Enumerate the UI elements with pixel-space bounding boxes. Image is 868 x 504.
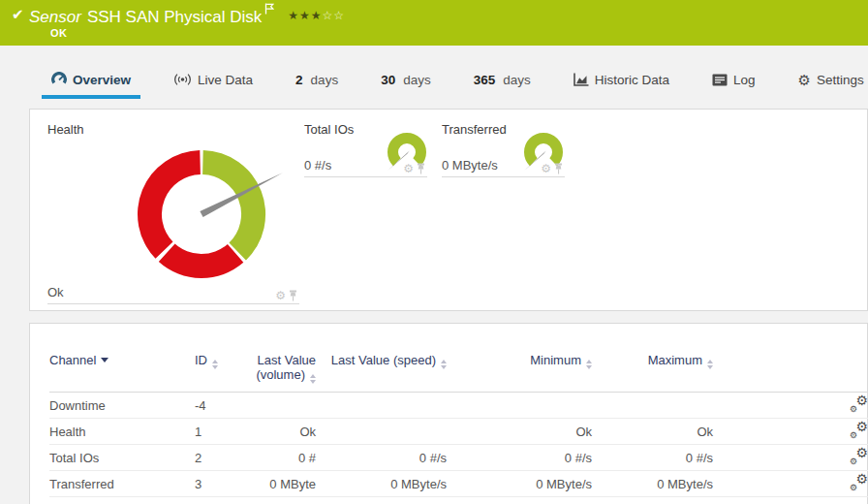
channel-name[interactable]: Total IOs: [49, 445, 195, 471]
tab-day-count: 365: [474, 73, 496, 87]
tab-label: Live Data: [198, 73, 253, 87]
transferred-gauge-section: Transferred 0 MByte/s: [442, 122, 565, 177]
sort-desc-icon: [101, 358, 108, 362]
channel-last-value-volume: 0 #: [243, 445, 316, 471]
channel-minimum: [447, 393, 592, 419]
total-ios-gauge-section: Total IOs 0 #/s: [304, 122, 427, 177]
tab-2-days[interactable]: 2 days: [286, 57, 348, 102]
channels-table: Channel ID Last Value (volume) Last Valu…: [49, 353, 868, 497]
transferred-gauge-label: Transferred: [442, 122, 507, 137]
sensor-title-line: SensorSSH SAN Physical Disk ★★★☆☆: [29, 3, 345, 27]
channel-last-value-volume: 0 MByte: [243, 471, 316, 497]
broadcast-icon: [173, 73, 192, 86]
channel-maximum: 0 #/s: [592, 445, 713, 471]
tab-log[interactable]: Log: [702, 57, 765, 102]
overview-gauges-panel: Health Ok Total IOs 0 #/s: [29, 109, 868, 311]
gauge-settings-gear-icon[interactable]: [403, 163, 414, 174]
transferred-gauge-value: 0 MByte/s: [442, 158, 498, 173]
gauge-icon: [51, 72, 67, 87]
tab-day-unit: days: [403, 73, 431, 87]
channel-id: 3: [195, 471, 243, 497]
column-header-channel[interactable]: Channel: [49, 353, 195, 393]
gear-icon: [798, 73, 811, 87]
gauge-settings-gear-icon[interactable]: [275, 290, 286, 301]
table-header-row: Channel ID Last Value (volume) Last Valu…: [49, 353, 868, 393]
channel-last-value-speed: 0 MByte/s: [316, 471, 447, 497]
channel-last-value-speed: [316, 393, 447, 419]
tab-bar: Overview Live Data 2 days 30 days 365 da…: [0, 46, 868, 102]
channel-name[interactable]: Transferred: [49, 471, 195, 497]
tab-day-count: 30: [381, 73, 395, 87]
priority-stars[interactable]: ★★★☆☆: [288, 9, 345, 22]
pin-icon[interactable]: [289, 290, 297, 301]
tab-day-unit: days: [503, 73, 531, 87]
pin-icon[interactable]: [417, 163, 425, 174]
channel-last-value-volume: [243, 393, 316, 419]
table-row[interactable]: Downtime -4: [49, 393, 868, 419]
channel-name[interactable]: Downtime: [49, 393, 195, 419]
tab-historic-data[interactable]: Historic Data: [564, 57, 679, 102]
tab-overview[interactable]: Overview: [42, 57, 140, 102]
health-gauge-label: Health: [47, 122, 84, 137]
total-ios-gauge-label: Total IOs: [304, 122, 354, 137]
channel-minimum: 0 MByte/s: [447, 471, 592, 497]
tab-label: Settings: [817, 73, 864, 87]
health-gauge-controls: [275, 290, 297, 301]
health-gauge-section: Health Ok: [47, 122, 299, 304]
channel-settings-gears-icon[interactable]: [850, 396, 868, 412]
log-list-icon: [712, 74, 728, 86]
tab-settings[interactable]: Settings: [789, 57, 868, 102]
channel-id: 1: [195, 419, 243, 445]
tab-30-days[interactable]: 30 days: [371, 57, 441, 102]
column-header-last-value-speed[interactable]: Last Value (speed): [316, 353, 447, 393]
priority-stars-filled: ★★★: [288, 9, 322, 22]
transferred-gauge-controls: [541, 163, 563, 174]
total-ios-gauge-controls: [403, 163, 425, 174]
sensor-title: SSH SAN Physical Disk: [87, 8, 262, 26]
channel-last-value-speed: 0 #/s: [316, 445, 447, 471]
area-chart-icon: [574, 73, 589, 86]
channel-settings-gears-icon[interactable]: [850, 423, 868, 438]
tab-label: Overview: [73, 73, 131, 87]
channel-settings-gears-icon[interactable]: [850, 475, 868, 490]
column-header-actions: [713, 353, 868, 393]
sort-icon: [310, 374, 316, 384]
channels-table-panel: Channel ID Last Value (volume) Last Valu…: [29, 323, 868, 504]
tab-label: Log: [733, 73, 756, 87]
table-row[interactable]: Transferred 3 0 MByte 0 MByte/s 0 MByte/…: [49, 471, 868, 497]
sensor-type-label: Sensor: [29, 8, 81, 26]
sensor-header: ✔ SensorSSH SAN Physical Disk ★★★☆☆ OK: [0, 0, 868, 46]
sort-icon: [707, 360, 713, 369]
channel-name[interactable]: Health: [49, 419, 195, 445]
sort-icon: [212, 360, 218, 369]
channel-id: -4: [195, 393, 243, 419]
column-header-maximum[interactable]: Maximum: [592, 353, 713, 393]
sort-icon: [586, 360, 592, 369]
channel-minimum: 0 #/s: [447, 445, 592, 471]
channel-id: 2: [195, 445, 243, 471]
pin-icon[interactable]: [554, 163, 563, 174]
flag-icon[interactable]: [264, 3, 274, 15]
sort-icon: [441, 360, 447, 369]
channel-last-value-volume: Ok: [243, 419, 316, 445]
sensor-status-badge: OK: [50, 27, 68, 39]
tab-365-days[interactable]: 365 days: [464, 57, 541, 102]
table-row[interactable]: Health 1 Ok Ok Ok: [49, 419, 868, 445]
column-header-last-value-volume[interactable]: Last Value (volume): [243, 353, 316, 393]
channel-last-value-speed: [316, 419, 447, 445]
tab-live-data[interactable]: Live Data: [164, 57, 263, 102]
column-header-minimum[interactable]: Minimum: [447, 353, 592, 393]
table-row[interactable]: Total IOs 2 0 # 0 #/s 0 #/s 0 #/s: [49, 445, 868, 471]
tab-label: Historic Data: [595, 73, 669, 87]
tab-day-unit: days: [311, 73, 339, 87]
channel-maximum: 0 MByte/s: [592, 471, 713, 497]
health-gauge[interactable]: [129, 142, 289, 287]
status-ok-check-icon: ✔: [12, 6, 24, 23]
column-header-id[interactable]: ID: [195, 353, 243, 393]
channel-settings-gears-icon[interactable]: [850, 449, 868, 464]
gauge-settings-gear-icon[interactable]: [541, 163, 551, 174]
channel-maximum: [592, 393, 713, 419]
priority-stars-empty: ☆☆: [323, 9, 346, 22]
health-gauge-value: Ok: [47, 285, 64, 299]
channel-maximum: Ok: [592, 419, 713, 445]
